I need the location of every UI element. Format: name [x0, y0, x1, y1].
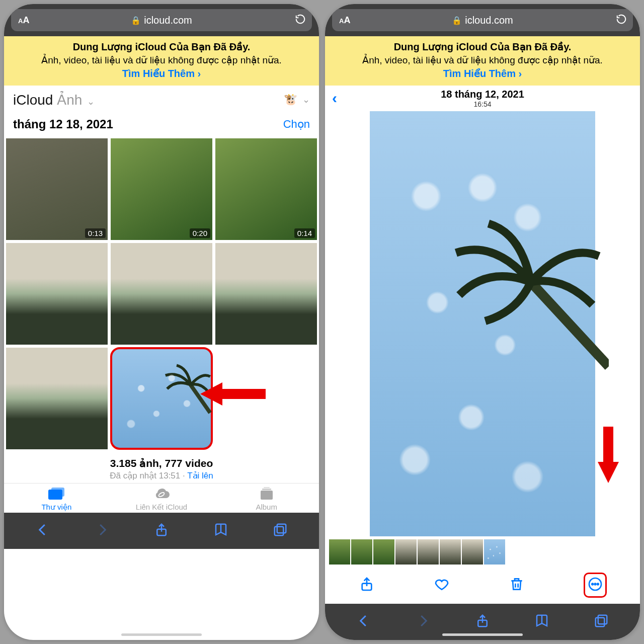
photo-thumbnail[interactable]	[6, 243, 108, 345]
filmstrip-thumb[interactable]	[329, 539, 350, 565]
video-duration-badge: 0:13	[85, 228, 106, 238]
video-thumbnail[interactable]: 0:20	[111, 138, 212, 240]
filmstrip-thumb[interactable]	[462, 539, 483, 565]
grid-date: tháng 12 18, 2021	[13, 117, 113, 131]
photo-detail-header: ‹ 18 tháng 12, 2021 16:54	[325, 86, 640, 111]
banner-title: Dung Lượng iCloud Của Bạn Đã Đầy.	[11, 40, 312, 54]
chevron-down-icon: ⌄	[87, 96, 95, 107]
banner-learn-more-link[interactable]: Tìm Hiểu Thêm ›	[443, 68, 522, 79]
bookmarks-button[interactable]	[213, 522, 228, 539]
video-thumbnail[interactable]: 0:13	[6, 138, 108, 240]
svg-rect-1	[51, 488, 64, 497]
photo-video-count: 3.185 ảnh, 777 video	[4, 457, 319, 469]
video-thumbnail[interactable]: 0:14	[215, 138, 317, 240]
filmstrip-thumb-current[interactable]	[484, 539, 505, 565]
share-button[interactable]	[154, 522, 169, 539]
page-title[interactable]: iCloud Ảnh ⌄	[13, 92, 95, 108]
banner-title: Dung Lượng iCloud Của Bạn Đã Đầy.	[332, 40, 633, 54]
forward-button[interactable]	[416, 613, 431, 630]
back-button[interactable]	[356, 613, 371, 630]
video-duration-badge: 0:20	[190, 228, 210, 238]
storage-full-banner: Dung Lượng iCloud Của Bạn Đã Đầy. Ảnh, v…	[4, 36, 319, 86]
url-domain: icloud.com	[144, 15, 192, 26]
photo-full	[370, 111, 595, 536]
library-summary: 3.185 ảnh, 777 video Đã cập nhật 13:51 ·…	[4, 453, 319, 483]
svg-point-12	[594, 584, 596, 585]
palm-tree-icon	[149, 360, 212, 416]
home-indicator	[442, 633, 523, 636]
phone-left: AA 🔒 icloud.com Dung Lượng iCloud Của Bạ…	[4, 4, 319, 640]
account-avatar[interactable]: 🐮	[284, 93, 297, 106]
svg-point-13	[597, 584, 599, 585]
photo-filmstrip[interactable]	[325, 536, 640, 568]
svg-rect-4	[262, 489, 271, 490]
back-button[interactable]: ‹	[332, 90, 347, 107]
svg-rect-15	[596, 618, 605, 627]
filmstrip-thumb[interactable]	[351, 539, 372, 565]
svg-rect-7	[275, 526, 284, 535]
forward-button[interactable]	[95, 522, 110, 539]
photo-thumbnail[interactable]	[215, 243, 317, 345]
video-duration-badge: 0:14	[294, 228, 315, 238]
tabs-button[interactable]	[594, 613, 609, 630]
filmstrip-thumb[interactable]	[418, 539, 439, 565]
banner-body: Ảnh, video, tài liệu và dữ liệu không đư…	[11, 54, 312, 67]
svg-point-11	[592, 584, 593, 585]
filmstrip-thumb[interactable]	[440, 539, 461, 565]
reload-button[interactable]	[616, 14, 627, 27]
home-indicator	[121, 633, 202, 636]
safari-address-bar: AA 🔒 icloud.com	[325, 4, 640, 36]
svg-rect-16	[598, 615, 607, 624]
photo-thumbnail-selected[interactable]	[111, 348, 212, 449]
photo-thumbnail[interactable]	[111, 243, 212, 345]
url-domain: icloud.com	[465, 15, 513, 26]
banner-learn-more-link[interactable]: Tìm Hiểu Thêm ›	[122, 68, 201, 79]
safari-toolbar	[4, 513, 319, 549]
tab-albums[interactable]: Album	[214, 487, 319, 512]
reload-button[interactable]	[295, 14, 306, 27]
photo-date: 18 tháng 12, 2021	[347, 89, 618, 100]
delete-button[interactable]	[509, 576, 525, 594]
phone-right: AA 🔒 icloud.com Dung Lượng iCloud Của Bạ…	[325, 4, 640, 640]
photo-action-toolbar	[325, 568, 640, 604]
svg-rect-5	[264, 487, 270, 488]
icloud-tab-bar: Thư viện Liên Kết iCloud Album	[4, 483, 319, 513]
favorite-button[interactable]	[434, 576, 450, 594]
photo-grid: 0:13 0:20 0:14	[4, 138, 319, 453]
photo-thumbnail-empty	[215, 348, 317, 449]
filmstrip-thumb[interactable]	[373, 539, 394, 565]
text-size-button[interactable]: AA	[18, 15, 29, 26]
banner-body: Ảnh, video, tài liệu và dữ liệu không đư…	[332, 54, 633, 67]
lock-icon: 🔒	[131, 16, 141, 25]
back-button[interactable]	[35, 522, 50, 539]
storage-full-banner: Dung Lượng iCloud Của Bạn Đã Đầy. Ảnh, v…	[325, 36, 640, 86]
url-field[interactable]: AA 🔒 icloud.com	[11, 9, 312, 31]
safari-address-bar: AA 🔒 icloud.com	[4, 4, 319, 36]
more-options-button[interactable]	[584, 573, 607, 598]
filmstrip-thumb[interactable]	[395, 539, 417, 565]
photo-time: 16:54	[347, 100, 618, 108]
palm-tree-icon	[446, 196, 609, 400]
url-field[interactable]: AA 🔒 icloud.com	[332, 9, 633, 31]
bookmarks-button[interactable]	[534, 613, 549, 630]
tabs-button[interactable]	[273, 522, 288, 539]
select-button[interactable]: Chọn	[283, 118, 310, 131]
share-button[interactable]	[359, 576, 375, 594]
share-button[interactable]	[475, 613, 490, 630]
upload-link[interactable]: Tải lên	[187, 471, 213, 480]
lock-icon: 🔒	[452, 16, 462, 25]
text-size-button[interactable]: AA	[339, 15, 350, 26]
tab-icloud-links[interactable]: Liên Kết iCloud	[109, 487, 214, 512]
tab-library[interactable]: Thư viện	[4, 487, 109, 512]
chevron-down-icon[interactable]: ⌄	[302, 94, 310, 105]
photo-thumbnail[interactable]	[6, 348, 108, 449]
icloud-photos-header: iCloud Ảnh ⌄ 🐮 ⌄	[4, 86, 319, 112]
svg-rect-3	[261, 491, 273, 500]
photo-viewer[interactable]	[325, 111, 640, 536]
svg-rect-8	[277, 524, 286, 533]
grid-header: tháng 12 18, 2021 Chọn	[4, 112, 319, 138]
